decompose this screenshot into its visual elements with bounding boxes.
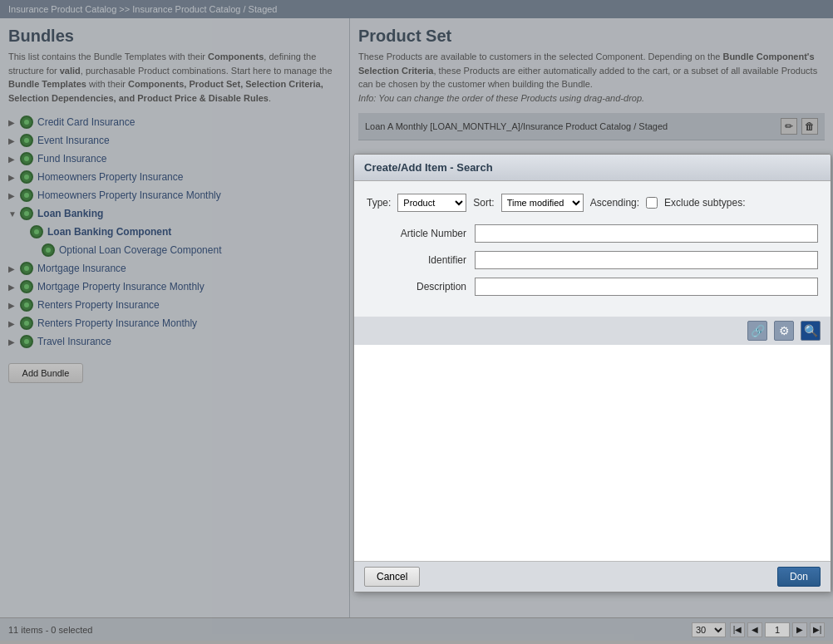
article-number-row: Article Number [367, 224, 818, 243]
sort-select[interactable]: Time modified Name Article Number [501, 194, 584, 212]
description-input[interactable] [475, 278, 818, 296]
sort-label: Sort: [473, 197, 494, 209]
modal-action-icons: 🔗 ⚙ 🔍 [354, 317, 831, 345]
exclude-subtypes-label: Exclude subtypes: [664, 197, 745, 209]
identifier-row: Identifier [367, 251, 818, 269]
article-number-label: Article Number [367, 228, 475, 239]
type-select[interactable]: Product Bundle Component [397, 194, 466, 212]
modal-header: Create/Add Item - Search [354, 155, 831, 181]
type-label: Type: [367, 197, 391, 209]
description-row: Description [367, 278, 818, 296]
settings-icon-button[interactable]: ⚙ [774, 321, 794, 341]
modal-body: Type: Product Bundle Component Sort: Tim… [354, 181, 831, 317]
ascending-label: Ascending: [590, 197, 639, 209]
modal-overlay: Create/Add Item - Search Type: Product B… [0, 0, 833, 644]
identifier-label: Identifier [367, 254, 475, 266]
article-number-input[interactable] [475, 224, 818, 243]
description-label: Description [367, 281, 475, 293]
create-add-item-modal: Create/Add Item - Search Type: Product B… [353, 154, 831, 592]
ascending-checkbox[interactable] [646, 197, 658, 209]
identifier-input[interactable] [475, 251, 818, 269]
link-icon-button[interactable]: 🔗 [747, 321, 767, 341]
search-filters-row: Type: Product Bundle Component Sort: Tim… [367, 194, 818, 212]
cancel-button[interactable]: Cancel [364, 567, 420, 587]
search-execute-button[interactable]: 🔍 [801, 321, 821, 341]
done-button[interactable]: Don [777, 567, 821, 587]
modal-results-area [354, 345, 831, 561]
modal-footer: Cancel Don [354, 561, 831, 592]
